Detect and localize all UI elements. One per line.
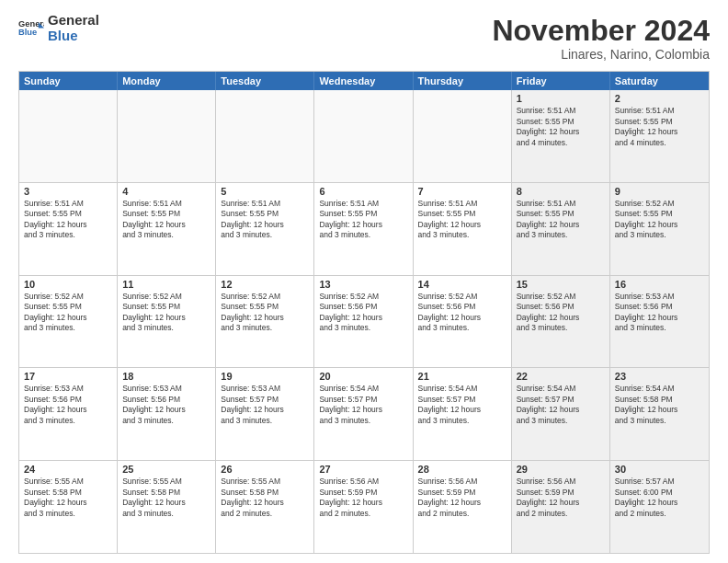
cell-text-w2-d2: Sunrise: 5:52 AM Sunset: 5:55 PM Dayligh… (221, 292, 309, 334)
cell-w0-d3 (314, 90, 413, 182)
title-block: November 2024 Linares, Narino, Colombia (492, 15, 710, 62)
logo-icon: General Blue (18, 17, 44, 42)
day-number-w3-d0: 17 (24, 371, 112, 382)
cell-w3-d4: 21Sunrise: 5:54 AM Sunset: 5:57 PM Dayli… (414, 368, 512, 460)
day-number-w4-d5: 29 (517, 464, 605, 475)
day-number-w2-d4: 14 (418, 279, 506, 290)
day-number-w4-d0: 24 (24, 464, 112, 475)
day-number-w2-d5: 15 (517, 279, 605, 290)
svg-text:Blue: Blue (18, 28, 37, 37)
day-number-w4-d3: 27 (319, 464, 407, 475)
header-wednesday: Wednesday (314, 72, 413, 90)
calendar-header: Sunday Monday Tuesday Wednesday Thursday… (19, 72, 709, 90)
cell-w3-d5: 22Sunrise: 5:54 AM Sunset: 5:57 PM Dayli… (512, 368, 610, 460)
cell-w1-d6: 9Sunrise: 5:52 AM Sunset: 5:55 PM Daylig… (610, 183, 709, 275)
day-number-w2-d6: 16 (615, 279, 704, 290)
cell-w3-d6: 23Sunrise: 5:54 AM Sunset: 5:58 PM Dayli… (610, 368, 709, 460)
cell-w3-d0: 17Sunrise: 5:53 AM Sunset: 5:56 PM Dayli… (19, 368, 118, 460)
day-number-w2-d2: 12 (221, 279, 309, 290)
logo-line2: Blue (48, 29, 99, 44)
cell-text-w3-d4: Sunrise: 5:54 AM Sunset: 5:57 PM Dayligh… (418, 384, 506, 426)
cell-text-w0-d6: Sunrise: 5:51 AM Sunset: 5:55 PM Dayligh… (615, 106, 704, 148)
cell-text-w1-d0: Sunrise: 5:51 AM Sunset: 5:55 PM Dayligh… (24, 199, 112, 241)
header-saturday: Saturday (610, 72, 709, 90)
location: Linares, Narino, Colombia (492, 47, 710, 62)
cell-w2-d6: 16Sunrise: 5:53 AM Sunset: 5:56 PM Dayli… (610, 276, 709, 368)
cell-w1-d1: 4Sunrise: 5:51 AM Sunset: 5:55 PM Daylig… (118, 183, 216, 275)
cell-w1-d2: 5Sunrise: 5:51 AM Sunset: 5:55 PM Daylig… (216, 183, 314, 275)
cell-w4-d2: 26Sunrise: 5:55 AM Sunset: 5:58 PM Dayli… (216, 461, 314, 553)
day-number-w1-d0: 3 (24, 186, 112, 197)
cell-text-w4-d2: Sunrise: 5:55 AM Sunset: 5:58 PM Dayligh… (221, 477, 309, 519)
cell-text-w3-d6: Sunrise: 5:54 AM Sunset: 5:58 PM Dayligh… (615, 384, 704, 426)
day-number-w4-d4: 28 (418, 464, 506, 475)
cell-text-w0-d5: Sunrise: 5:51 AM Sunset: 5:55 PM Dayligh… (517, 106, 605, 148)
cell-text-w2-d6: Sunrise: 5:53 AM Sunset: 5:56 PM Dayligh… (615, 292, 704, 334)
cell-w4-d4: 28Sunrise: 5:56 AM Sunset: 5:59 PM Dayli… (414, 461, 512, 553)
day-number-w3-d6: 23 (615, 371, 704, 382)
day-number-w3-d4: 21 (418, 371, 506, 382)
cell-text-w3-d1: Sunrise: 5:53 AM Sunset: 5:56 PM Dayligh… (122, 384, 210, 426)
week-row-2: 10Sunrise: 5:52 AM Sunset: 5:55 PM Dayli… (19, 276, 709, 369)
cell-w3-d1: 18Sunrise: 5:53 AM Sunset: 5:56 PM Dayli… (118, 368, 216, 460)
day-number-w4-d6: 30 (615, 464, 704, 475)
cell-text-w3-d2: Sunrise: 5:53 AM Sunset: 5:57 PM Dayligh… (221, 384, 309, 426)
day-number-w4-d1: 25 (122, 464, 210, 475)
cell-text-w2-d1: Sunrise: 5:52 AM Sunset: 5:55 PM Dayligh… (122, 292, 210, 334)
header-sunday: Sunday (19, 72, 118, 90)
day-number-w3-d1: 18 (122, 371, 210, 382)
day-number-w3-d3: 20 (319, 371, 407, 382)
cell-w3-d2: 19Sunrise: 5:53 AM Sunset: 5:57 PM Dayli… (216, 368, 314, 460)
cell-w4-d3: 27Sunrise: 5:56 AM Sunset: 5:59 PM Dayli… (314, 461, 413, 553)
day-number-w1-d1: 4 (122, 186, 210, 197)
day-number-w1-d6: 9 (615, 186, 704, 197)
cell-text-w1-d4: Sunrise: 5:51 AM Sunset: 5:55 PM Dayligh… (418, 199, 506, 241)
cell-w4-d1: 25Sunrise: 5:55 AM Sunset: 5:58 PM Dayli… (118, 461, 216, 553)
week-row-0: 1Sunrise: 5:51 AM Sunset: 5:55 PM Daylig… (19, 90, 709, 183)
header-monday: Monday (118, 72, 216, 90)
cell-text-w4-d6: Sunrise: 5:57 AM Sunset: 6:00 PM Dayligh… (615, 477, 704, 519)
day-number-w1-d2: 5 (221, 186, 309, 197)
day-number-w1-d3: 6 (319, 186, 407, 197)
cell-w4-d0: 24Sunrise: 5:55 AM Sunset: 5:58 PM Dayli… (19, 461, 118, 553)
cell-w0-d4 (414, 90, 512, 182)
day-number-w1-d5: 8 (517, 186, 605, 197)
cell-text-w1-d1: Sunrise: 5:51 AM Sunset: 5:55 PM Dayligh… (122, 199, 210, 241)
cell-w3-d3: 20Sunrise: 5:54 AM Sunset: 5:57 PM Dayli… (314, 368, 413, 460)
cell-w2-d5: 15Sunrise: 5:52 AM Sunset: 5:56 PM Dayli… (512, 276, 610, 368)
day-number-w2-d1: 11 (122, 279, 210, 290)
cell-w0-d6: 2Sunrise: 5:51 AM Sunset: 5:55 PM Daylig… (610, 90, 709, 182)
cell-text-w4-d0: Sunrise: 5:55 AM Sunset: 5:58 PM Dayligh… (24, 477, 112, 519)
month-title: November 2024 (492, 15, 710, 47)
cell-w1-d5: 8Sunrise: 5:51 AM Sunset: 5:55 PM Daylig… (512, 183, 610, 275)
week-row-1: 3Sunrise: 5:51 AM Sunset: 5:55 PM Daylig… (19, 183, 709, 276)
cell-w2-d1: 11Sunrise: 5:52 AM Sunset: 5:55 PM Dayli… (118, 276, 216, 368)
week-row-3: 17Sunrise: 5:53 AM Sunset: 5:56 PM Dayli… (19, 368, 709, 461)
calendar-body: 1Sunrise: 5:51 AM Sunset: 5:55 PM Daylig… (19, 90, 709, 553)
cell-w0-d1 (118, 90, 216, 182)
day-number-w4-d2: 26 (221, 464, 309, 475)
calendar: Sunday Monday Tuesday Wednesday Thursday… (18, 71, 710, 554)
cell-text-w1-d6: Sunrise: 5:52 AM Sunset: 5:55 PM Dayligh… (615, 199, 704, 241)
cell-w2-d3: 13Sunrise: 5:52 AM Sunset: 5:56 PM Dayli… (314, 276, 413, 368)
cell-w0-d0 (19, 90, 118, 182)
week-row-4: 24Sunrise: 5:55 AM Sunset: 5:58 PM Dayli… (19, 461, 709, 553)
header: General Blue General Blue November 2024 … (18, 15, 710, 62)
cell-text-w1-d3: Sunrise: 5:51 AM Sunset: 5:55 PM Dayligh… (319, 199, 407, 241)
logo: General Blue General Blue (18, 15, 99, 43)
day-number-w2-d0: 10 (24, 279, 112, 290)
cell-text-w2-d5: Sunrise: 5:52 AM Sunset: 5:56 PM Dayligh… (517, 292, 605, 334)
day-number-w3-d5: 22 (517, 371, 605, 382)
cell-w4-d5: 29Sunrise: 5:56 AM Sunset: 5:59 PM Dayli… (512, 461, 610, 553)
cell-text-w3-d5: Sunrise: 5:54 AM Sunset: 5:57 PM Dayligh… (517, 384, 605, 426)
cell-text-w2-d0: Sunrise: 5:52 AM Sunset: 5:55 PM Dayligh… (24, 292, 112, 334)
cell-w4-d6: 30Sunrise: 5:57 AM Sunset: 6:00 PM Dayli… (610, 461, 709, 553)
header-friday: Friday (512, 72, 610, 90)
cell-w1-d3: 6Sunrise: 5:51 AM Sunset: 5:55 PM Daylig… (314, 183, 413, 275)
cell-text-w2-d4: Sunrise: 5:52 AM Sunset: 5:56 PM Dayligh… (418, 292, 506, 334)
cell-text-w2-d3: Sunrise: 5:52 AM Sunset: 5:56 PM Dayligh… (319, 292, 407, 334)
header-thursday: Thursday (414, 72, 512, 90)
cell-w0-d2 (216, 90, 314, 182)
day-number-w1-d4: 7 (418, 186, 506, 197)
cell-text-w4-d5: Sunrise: 5:56 AM Sunset: 5:59 PM Dayligh… (517, 477, 605, 519)
